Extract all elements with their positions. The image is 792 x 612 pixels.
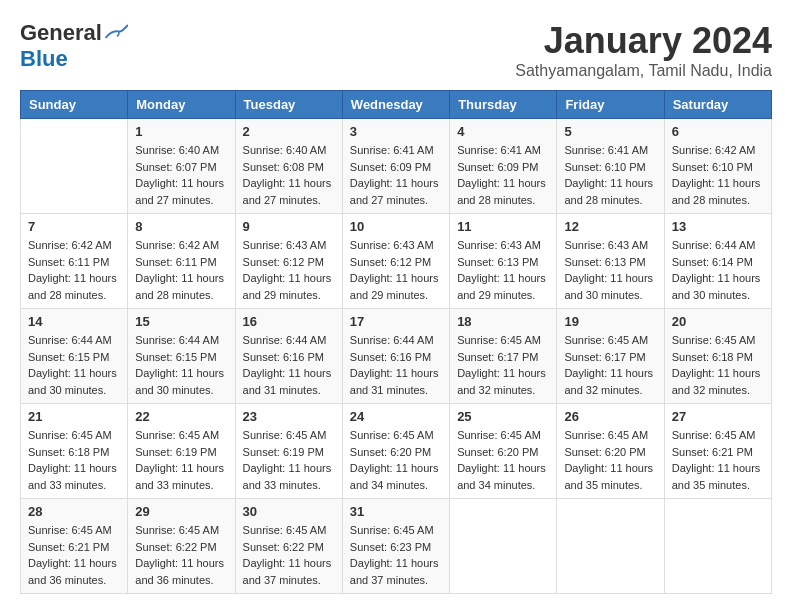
location: Sathyamangalam, Tamil Nadu, India	[515, 62, 772, 80]
bird-icon	[104, 23, 128, 43]
day-number: 31	[350, 504, 442, 519]
calendar-cell	[21, 119, 128, 214]
day-info: Sunrise: 6:45 AM Sunset: 6:22 PM Dayligh…	[243, 522, 335, 588]
title-section: January 2024 Sathyamangalam, Tamil Nadu,…	[515, 20, 772, 80]
day-number: 21	[28, 409, 120, 424]
calendar-cell: 13Sunrise: 6:44 AM Sunset: 6:14 PM Dayli…	[664, 214, 771, 309]
day-number: 5	[564, 124, 656, 139]
calendar-cell: 10Sunrise: 6:43 AM Sunset: 6:12 PM Dayli…	[342, 214, 449, 309]
calendar-cell	[664, 499, 771, 594]
day-number: 23	[243, 409, 335, 424]
day-info: Sunrise: 6:45 AM Sunset: 6:21 PM Dayligh…	[672, 427, 764, 493]
calendar-cell: 11Sunrise: 6:43 AM Sunset: 6:13 PM Dayli…	[450, 214, 557, 309]
header-tuesday: Tuesday	[235, 91, 342, 119]
day-info: Sunrise: 6:40 AM Sunset: 6:08 PM Dayligh…	[243, 142, 335, 208]
day-number: 2	[243, 124, 335, 139]
calendar-cell: 16Sunrise: 6:44 AM Sunset: 6:16 PM Dayli…	[235, 309, 342, 404]
calendar-cell: 2Sunrise: 6:40 AM Sunset: 6:08 PM Daylig…	[235, 119, 342, 214]
day-info: Sunrise: 6:43 AM Sunset: 6:12 PM Dayligh…	[243, 237, 335, 303]
day-info: Sunrise: 6:45 AM Sunset: 6:17 PM Dayligh…	[564, 332, 656, 398]
day-info: Sunrise: 6:41 AM Sunset: 6:10 PM Dayligh…	[564, 142, 656, 208]
calendar-cell: 23Sunrise: 6:45 AM Sunset: 6:19 PM Dayli…	[235, 404, 342, 499]
day-number: 11	[457, 219, 549, 234]
day-info: Sunrise: 6:44 AM Sunset: 6:15 PM Dayligh…	[135, 332, 227, 398]
day-info: Sunrise: 6:43 AM Sunset: 6:13 PM Dayligh…	[564, 237, 656, 303]
day-number: 26	[564, 409, 656, 424]
calendar-cell: 14Sunrise: 6:44 AM Sunset: 6:15 PM Dayli…	[21, 309, 128, 404]
week-row-5: 28Sunrise: 6:45 AM Sunset: 6:21 PM Dayli…	[21, 499, 772, 594]
calendar-cell: 15Sunrise: 6:44 AM Sunset: 6:15 PM Dayli…	[128, 309, 235, 404]
day-info: Sunrise: 6:45 AM Sunset: 6:22 PM Dayligh…	[135, 522, 227, 588]
day-info: Sunrise: 6:45 AM Sunset: 6:20 PM Dayligh…	[350, 427, 442, 493]
calendar-cell: 9Sunrise: 6:43 AM Sunset: 6:12 PM Daylig…	[235, 214, 342, 309]
day-info: Sunrise: 6:41 AM Sunset: 6:09 PM Dayligh…	[350, 142, 442, 208]
calendar-cell: 28Sunrise: 6:45 AM Sunset: 6:21 PM Dayli…	[21, 499, 128, 594]
header-thursday: Thursday	[450, 91, 557, 119]
day-info: Sunrise: 6:42 AM Sunset: 6:10 PM Dayligh…	[672, 142, 764, 208]
logo-blue: Blue	[20, 46, 68, 72]
day-number: 4	[457, 124, 549, 139]
day-number: 10	[350, 219, 442, 234]
calendar-cell: 24Sunrise: 6:45 AM Sunset: 6:20 PM Dayli…	[342, 404, 449, 499]
logo-general: General	[20, 20, 102, 46]
day-number: 22	[135, 409, 227, 424]
day-info: Sunrise: 6:45 AM Sunset: 6:18 PM Dayligh…	[28, 427, 120, 493]
calendar-cell: 21Sunrise: 6:45 AM Sunset: 6:18 PM Dayli…	[21, 404, 128, 499]
calendar-header-row: SundayMondayTuesdayWednesdayThursdayFrid…	[21, 91, 772, 119]
day-number: 16	[243, 314, 335, 329]
day-info: Sunrise: 6:42 AM Sunset: 6:11 PM Dayligh…	[135, 237, 227, 303]
day-number: 20	[672, 314, 764, 329]
day-number: 28	[28, 504, 120, 519]
day-number: 6	[672, 124, 764, 139]
calendar-cell: 25Sunrise: 6:45 AM Sunset: 6:20 PM Dayli…	[450, 404, 557, 499]
calendar-cell: 6Sunrise: 6:42 AM Sunset: 6:10 PM Daylig…	[664, 119, 771, 214]
logo: General Blue	[20, 20, 128, 72]
header-sunday: Sunday	[21, 91, 128, 119]
day-number: 8	[135, 219, 227, 234]
day-number: 25	[457, 409, 549, 424]
day-info: Sunrise: 6:41 AM Sunset: 6:09 PM Dayligh…	[457, 142, 549, 208]
calendar-cell: 5Sunrise: 6:41 AM Sunset: 6:10 PM Daylig…	[557, 119, 664, 214]
header-monday: Monday	[128, 91, 235, 119]
calendar-cell: 26Sunrise: 6:45 AM Sunset: 6:20 PM Dayli…	[557, 404, 664, 499]
day-info: Sunrise: 6:43 AM Sunset: 6:12 PM Dayligh…	[350, 237, 442, 303]
day-info: Sunrise: 6:42 AM Sunset: 6:11 PM Dayligh…	[28, 237, 120, 303]
day-info: Sunrise: 6:40 AM Sunset: 6:07 PM Dayligh…	[135, 142, 227, 208]
calendar-cell: 4Sunrise: 6:41 AM Sunset: 6:09 PM Daylig…	[450, 119, 557, 214]
day-number: 14	[28, 314, 120, 329]
calendar-cell	[450, 499, 557, 594]
calendar-cell	[557, 499, 664, 594]
day-info: Sunrise: 6:44 AM Sunset: 6:15 PM Dayligh…	[28, 332, 120, 398]
calendar-cell: 22Sunrise: 6:45 AM Sunset: 6:19 PM Dayli…	[128, 404, 235, 499]
calendar-cell: 8Sunrise: 6:42 AM Sunset: 6:11 PM Daylig…	[128, 214, 235, 309]
day-info: Sunrise: 6:45 AM Sunset: 6:20 PM Dayligh…	[564, 427, 656, 493]
calendar-cell: 19Sunrise: 6:45 AM Sunset: 6:17 PM Dayli…	[557, 309, 664, 404]
month-title: January 2024	[515, 20, 772, 62]
day-number: 1	[135, 124, 227, 139]
calendar-cell: 12Sunrise: 6:43 AM Sunset: 6:13 PM Dayli…	[557, 214, 664, 309]
week-row-2: 7Sunrise: 6:42 AM Sunset: 6:11 PM Daylig…	[21, 214, 772, 309]
day-info: Sunrise: 6:43 AM Sunset: 6:13 PM Dayligh…	[457, 237, 549, 303]
calendar-cell: 18Sunrise: 6:45 AM Sunset: 6:17 PM Dayli…	[450, 309, 557, 404]
day-info: Sunrise: 6:44 AM Sunset: 6:16 PM Dayligh…	[350, 332, 442, 398]
week-row-4: 21Sunrise: 6:45 AM Sunset: 6:18 PM Dayli…	[21, 404, 772, 499]
day-number: 7	[28, 219, 120, 234]
page-header: General Blue January 2024 Sathyamangalam…	[20, 20, 772, 80]
calendar-cell: 27Sunrise: 6:45 AM Sunset: 6:21 PM Dayli…	[664, 404, 771, 499]
day-number: 29	[135, 504, 227, 519]
calendar-cell: 17Sunrise: 6:44 AM Sunset: 6:16 PM Dayli…	[342, 309, 449, 404]
day-number: 3	[350, 124, 442, 139]
day-number: 9	[243, 219, 335, 234]
day-info: Sunrise: 6:45 AM Sunset: 6:19 PM Dayligh…	[135, 427, 227, 493]
day-number: 19	[564, 314, 656, 329]
calendar-cell: 7Sunrise: 6:42 AM Sunset: 6:11 PM Daylig…	[21, 214, 128, 309]
calendar-table: SundayMondayTuesdayWednesdayThursdayFrid…	[20, 90, 772, 594]
header-friday: Friday	[557, 91, 664, 119]
week-row-3: 14Sunrise: 6:44 AM Sunset: 6:15 PM Dayli…	[21, 309, 772, 404]
header-saturday: Saturday	[664, 91, 771, 119]
day-info: Sunrise: 6:45 AM Sunset: 6:17 PM Dayligh…	[457, 332, 549, 398]
day-info: Sunrise: 6:45 AM Sunset: 6:21 PM Dayligh…	[28, 522, 120, 588]
calendar-cell: 30Sunrise: 6:45 AM Sunset: 6:22 PM Dayli…	[235, 499, 342, 594]
day-number: 15	[135, 314, 227, 329]
day-info: Sunrise: 6:45 AM Sunset: 6:19 PM Dayligh…	[243, 427, 335, 493]
